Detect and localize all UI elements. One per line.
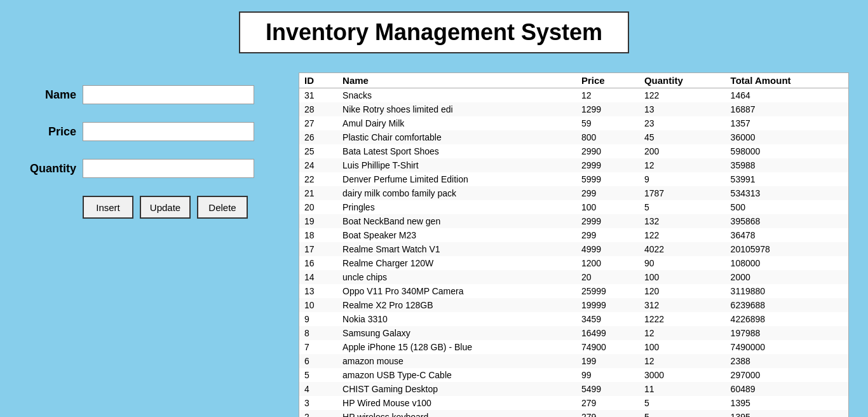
cell-total: 2388 bbox=[726, 354, 849, 368]
cell-id: 7 bbox=[299, 340, 338, 354]
name-label: Name bbox=[19, 88, 76, 102]
cell-total: 36478 bbox=[726, 228, 849, 242]
table-row[interactable]: 18 Boat Speaker M23 299 122 36478 bbox=[299, 228, 849, 242]
delete-button[interactable]: Delete bbox=[197, 196, 248, 219]
cell-id: 8 bbox=[299, 326, 338, 340]
cell-quantity: 11 bbox=[639, 382, 726, 396]
cell-name: uncle chips bbox=[337, 270, 576, 284]
cell-price: 74900 bbox=[576, 340, 639, 354]
cell-name: Boat Speaker M23 bbox=[337, 228, 576, 242]
cell-name: Oppo V11 Pro 340MP Camera bbox=[337, 284, 576, 298]
cell-name: Apple iPhone 15 (128 GB) - Blue bbox=[337, 340, 576, 354]
insert-button[interactable]: Insert bbox=[83, 196, 133, 219]
col-total: Total Amount bbox=[726, 73, 849, 88]
cell-id: 26 bbox=[299, 130, 338, 144]
col-name: Name bbox=[337, 73, 576, 88]
cell-id: 16 bbox=[299, 256, 338, 270]
cell-price: 99 bbox=[576, 368, 639, 382]
cell-quantity: 122 bbox=[639, 88, 726, 103]
table-row[interactable]: 3 HP Wired Mouse v100 279 5 1395 bbox=[299, 396, 849, 410]
cell-quantity: 5 bbox=[639, 396, 726, 410]
inventory-table: ID Name Price Quantity Total Amount 31 S… bbox=[299, 72, 849, 417]
cell-id: 10 bbox=[299, 298, 338, 312]
cell-name: Nike Rotry shoes limited edi bbox=[337, 102, 576, 116]
cell-price: 19999 bbox=[576, 298, 639, 312]
table-row[interactable]: 14 uncle chips 20 100 2000 bbox=[299, 270, 849, 284]
table-row[interactable]: 4 CHIST Gaming Desktop 5499 11 60489 bbox=[299, 382, 849, 396]
cell-price: 2999 bbox=[576, 214, 639, 228]
cell-name: Amul Dairy Milk bbox=[337, 116, 576, 130]
table-row[interactable]: 16 Realme Charger 120W 1200 90 108000 bbox=[299, 256, 849, 270]
cell-quantity: 4022 bbox=[639, 242, 726, 256]
cell-price: 800 bbox=[576, 130, 639, 144]
cell-name: Samsung Galaxy bbox=[337, 326, 576, 340]
table-row[interactable]: 19 Boat NeckBand new gen 2999 132 395868 bbox=[299, 214, 849, 228]
cell-total: 197988 bbox=[726, 326, 849, 340]
cell-total: 297000 bbox=[726, 368, 849, 382]
table-row[interactable]: 6 amazon mouse 199 12 2388 bbox=[299, 354, 849, 368]
table-row[interactable]: 9 Nokia 3310 3459 1222 4226898 bbox=[299, 312, 849, 326]
update-button[interactable]: Update bbox=[140, 196, 191, 219]
cell-quantity: 12 bbox=[639, 326, 726, 340]
table-row[interactable]: 5 amazon USB Type-C Cable 99 3000 297000 bbox=[299, 368, 849, 382]
table-row[interactable]: 25 Bata Latest Sport Shoes 2990 200 5980… bbox=[299, 144, 849, 158]
table-row[interactable]: 31 Snacks 12 122 1464 bbox=[299, 88, 849, 103]
cell-id: 24 bbox=[299, 158, 338, 172]
cell-price: 59 bbox=[576, 116, 639, 130]
cell-quantity: 90 bbox=[639, 256, 726, 270]
cell-id: 5 bbox=[299, 368, 338, 382]
price-input[interactable] bbox=[83, 122, 254, 141]
table-row[interactable]: 2 HP wireless keyboard 279 5 1395 bbox=[299, 410, 849, 417]
cell-id: 3 bbox=[299, 396, 338, 410]
cell-total: 36000 bbox=[726, 130, 849, 144]
cell-quantity: 1222 bbox=[639, 312, 726, 326]
cell-id: 6 bbox=[299, 354, 338, 368]
cell-quantity: 132 bbox=[639, 214, 726, 228]
main-content: Name Price Quantity Insert Update Delete… bbox=[0, 60, 868, 417]
table-row[interactable]: 22 Denver Perfume Limited Edition 5999 9… bbox=[299, 172, 849, 186]
cell-quantity: 120 bbox=[639, 284, 726, 298]
quantity-input[interactable] bbox=[83, 159, 254, 178]
cell-id: 21 bbox=[299, 186, 338, 200]
name-input[interactable] bbox=[83, 85, 254, 104]
cell-id: 13 bbox=[299, 284, 338, 298]
cell-price: 1200 bbox=[576, 256, 639, 270]
table-row[interactable]: 13 Oppo V11 Pro 340MP Camera 25999 120 3… bbox=[299, 284, 849, 298]
cell-id: 22 bbox=[299, 172, 338, 186]
cell-quantity: 1787 bbox=[639, 186, 726, 200]
table-row[interactable]: 28 Nike Rotry shoes limited edi 1299 13 … bbox=[299, 102, 849, 116]
left-panel: Name Price Quantity Insert Update Delete bbox=[19, 72, 286, 417]
cell-name: Pringles bbox=[337, 200, 576, 214]
cell-quantity: 13 bbox=[639, 102, 726, 116]
table-row[interactable]: 17 Realme Smart Watch V1 4999 4022 20105… bbox=[299, 242, 849, 256]
cell-price: 299 bbox=[576, 228, 639, 242]
cell-total: 598000 bbox=[726, 144, 849, 158]
cell-id: 17 bbox=[299, 242, 338, 256]
cell-name: Nokia 3310 bbox=[337, 312, 576, 326]
table-row[interactable]: 20 Pringles 100 5 500 bbox=[299, 200, 849, 214]
cell-total: 1395 bbox=[726, 410, 849, 417]
cell-price: 5499 bbox=[576, 382, 639, 396]
table-row[interactable]: 10 Realme X2 Pro 128GB 19999 312 6239688 bbox=[299, 298, 849, 312]
cell-total: 6239688 bbox=[726, 298, 849, 312]
col-price: Price bbox=[576, 73, 639, 88]
cell-price: 199 bbox=[576, 354, 639, 368]
table-row[interactable]: 8 Samsung Galaxy 16499 12 197988 bbox=[299, 326, 849, 340]
cell-name: Realme Smart Watch V1 bbox=[337, 242, 576, 256]
cell-quantity: 5 bbox=[639, 200, 726, 214]
table-row[interactable]: 27 Amul Dairy Milk 59 23 1357 bbox=[299, 116, 849, 130]
cell-price: 4999 bbox=[576, 242, 639, 256]
cell-name: dairy milk combo family pack bbox=[337, 186, 576, 200]
table-row[interactable]: 21 dairy milk combo family pack 299 1787… bbox=[299, 186, 849, 200]
cell-price: 279 bbox=[576, 396, 639, 410]
cell-price: 16499 bbox=[576, 326, 639, 340]
table-row[interactable]: 7 Apple iPhone 15 (128 GB) - Blue 74900 … bbox=[299, 340, 849, 354]
cell-name: amazon mouse bbox=[337, 354, 576, 368]
cell-quantity: 45 bbox=[639, 130, 726, 144]
cell-total: 1357 bbox=[726, 116, 849, 130]
col-id: ID bbox=[299, 73, 338, 88]
buttons-row: Insert Update Delete bbox=[83, 196, 286, 219]
table-row[interactable]: 26 Plastic Chair comfortable 800 45 3600… bbox=[299, 130, 849, 144]
table-row[interactable]: 24 Luis Phillipe T-Shirt 2999 12 35988 bbox=[299, 158, 849, 172]
name-row: Name bbox=[19, 85, 286, 104]
